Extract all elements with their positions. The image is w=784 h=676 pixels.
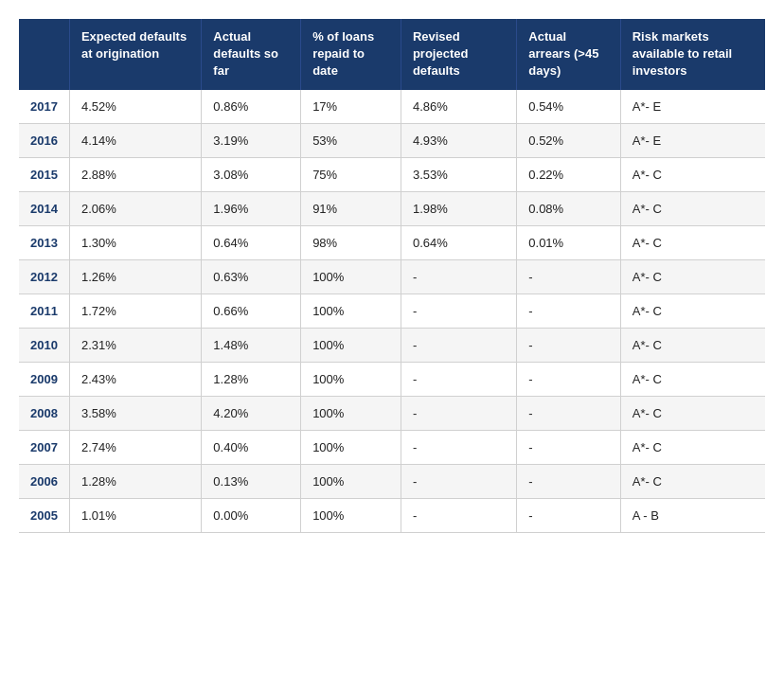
defaults-table: Expected defaults at origination Actual … (19, 19, 765, 533)
cell-actual: 0.63% (202, 259, 301, 294)
cell-actual: 4.20% (202, 396, 301, 430)
cell-risk: A*- E (620, 90, 765, 124)
cell-expected: 4.52% (69, 90, 201, 124)
cell-arrears: 0.52% (517, 123, 620, 157)
cell-year: 2008 (19, 396, 69, 430)
cell-revised: 0.64% (401, 225, 516, 259)
cell-risk: A*- C (620, 430, 765, 464)
cell-revised: 3.53% (401, 157, 516, 191)
cell-risk: A*- C (620, 464, 765, 498)
table-row: 20142.06%1.96%91%1.98%0.08%A*- C (19, 191, 765, 225)
table-row: 20051.01%0.00%100%--A - B (19, 498, 765, 532)
cell-actual: 0.64% (202, 225, 301, 259)
cell-pct_repaid: 100% (301, 362, 401, 396)
cell-risk: A*- C (620, 225, 765, 259)
cell-risk: A*- C (620, 294, 765, 328)
cell-arrears: - (517, 430, 620, 464)
cell-arrears: - (517, 328, 620, 362)
cell-arrears: - (517, 259, 620, 294)
table-row: 20083.58%4.20%100%--A*- C (19, 396, 765, 430)
cell-year: 2015 (19, 157, 69, 191)
data-table-wrapper: Expected defaults at origination Actual … (19, 19, 765, 533)
cell-actual: 1.28% (202, 362, 301, 396)
cell-expected: 3.58% (69, 396, 201, 430)
table-row: 20152.88%3.08%75%3.53%0.22%A*- C (19, 157, 765, 191)
table-row: 20131.30%0.64%98%0.64%0.01%A*- C (19, 225, 765, 259)
cell-actual: 0.13% (202, 464, 301, 498)
header-pct-repaid: % of loans repaid to date (301, 19, 401, 90)
cell-risk: A*- C (620, 259, 765, 294)
cell-expected: 2.43% (69, 362, 201, 396)
table-row: 20121.26%0.63%100%--A*- C (19, 259, 765, 294)
cell-actual: 0.40% (202, 430, 301, 464)
table-row: 20072.74%0.40%100%--A*- C (19, 430, 765, 464)
cell-arrears: 0.01% (517, 225, 620, 259)
cell-year: 2017 (19, 90, 69, 124)
cell-arrears: 0.54% (517, 90, 620, 124)
cell-actual: 1.96% (202, 191, 301, 225)
cell-arrears: - (517, 464, 620, 498)
cell-pct_repaid: 17% (301, 90, 401, 124)
cell-expected: 1.26% (69, 259, 201, 294)
cell-risk: A - B (620, 498, 765, 532)
table-header-row: Expected defaults at origination Actual … (19, 19, 765, 90)
cell-revised: - (401, 396, 516, 430)
cell-risk: A*- C (620, 191, 765, 225)
cell-arrears: - (517, 498, 620, 532)
cell-actual: 3.08% (202, 157, 301, 191)
cell-year: 2006 (19, 464, 69, 498)
header-revised-projected: Revised projected defaults (401, 19, 516, 90)
cell-revised: 4.93% (401, 123, 516, 157)
cell-year: 2011 (19, 294, 69, 328)
cell-year: 2007 (19, 430, 69, 464)
cell-revised: - (401, 362, 516, 396)
cell-expected: 2.88% (69, 157, 201, 191)
cell-revised: - (401, 328, 516, 362)
cell-pct_repaid: 53% (301, 123, 401, 157)
cell-pct_repaid: 98% (301, 225, 401, 259)
cell-risk: A*- C (620, 362, 765, 396)
cell-pct_repaid: 100% (301, 259, 401, 294)
cell-actual: 0.66% (202, 294, 301, 328)
cell-expected: 1.01% (69, 498, 201, 532)
cell-year: 2013 (19, 225, 69, 259)
cell-expected: 1.28% (69, 464, 201, 498)
table-row: 20164.14%3.19%53%4.93%0.52%A*- E (19, 123, 765, 157)
cell-year: 2014 (19, 191, 69, 225)
cell-revised: - (401, 464, 516, 498)
cell-arrears: 0.08% (517, 191, 620, 225)
cell-actual: 0.00% (202, 498, 301, 532)
cell-expected: 1.30% (69, 225, 201, 259)
cell-risk: A*- C (620, 396, 765, 430)
cell-revised: - (401, 259, 516, 294)
cell-pct_repaid: 91% (301, 191, 401, 225)
cell-arrears: - (517, 294, 620, 328)
cell-pct_repaid: 100% (301, 498, 401, 532)
cell-pct_repaid: 100% (301, 294, 401, 328)
cell-pct_repaid: 100% (301, 396, 401, 430)
header-actual-arrears: Actual arrears (>45 days) (517, 19, 620, 90)
cell-arrears: 0.22% (517, 157, 620, 191)
cell-revised: 1.98% (401, 191, 516, 225)
header-year (19, 19, 69, 90)
cell-revised: - (401, 498, 516, 532)
table-row: 20102.31%1.48%100%--A*- C (19, 328, 765, 362)
cell-year: 2005 (19, 498, 69, 532)
header-risk-markets: Risk markets available to retail investo… (620, 19, 765, 90)
cell-year: 2009 (19, 362, 69, 396)
cell-expected: 2.31% (69, 328, 201, 362)
cell-risk: A*- E (620, 123, 765, 157)
cell-year: 2010 (19, 328, 69, 362)
table-row: 20174.52%0.86%17%4.86%0.54%A*- E (19, 90, 765, 124)
cell-pct_repaid: 100% (301, 430, 401, 464)
table-row: 20092.43%1.28%100%--A*- C (19, 362, 765, 396)
cell-revised: - (401, 430, 516, 464)
cell-expected: 2.06% (69, 191, 201, 225)
cell-revised: - (401, 294, 516, 328)
cell-pct_repaid: 75% (301, 157, 401, 191)
cell-revised: 4.86% (401, 90, 516, 124)
cell-actual: 3.19% (202, 123, 301, 157)
cell-year: 2012 (19, 259, 69, 294)
table-row: 20061.28%0.13%100%--A*- C (19, 464, 765, 498)
cell-risk: A*- C (620, 328, 765, 362)
